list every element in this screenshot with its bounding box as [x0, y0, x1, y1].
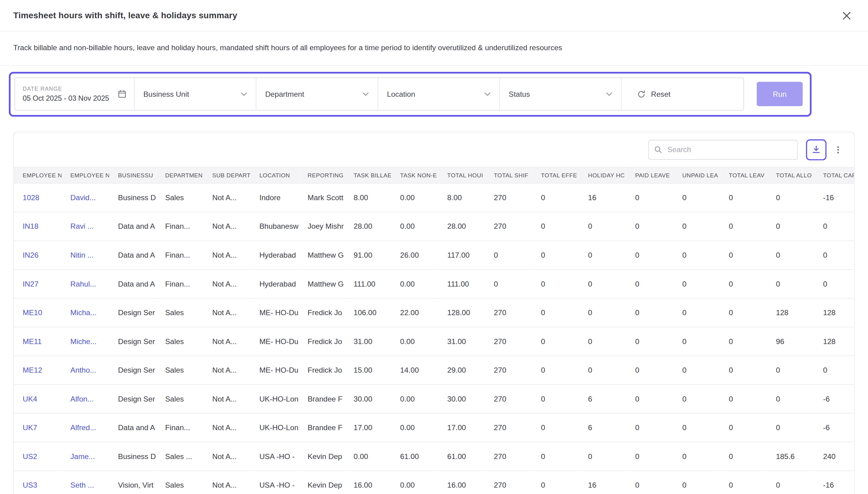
table-cell: Design Ser	[109, 327, 156, 356]
search-input[interactable]	[666, 145, 792, 154]
column-header[interactable]: REPORTING	[299, 167, 345, 183]
table-cell: Brandee F	[299, 413, 345, 442]
table-cell: ME11	[14, 327, 61, 356]
table-cell: Seth ...	[61, 471, 109, 494]
table-cell: Brandee F	[299, 384, 345, 413]
column-header[interactable]: TASK BILLAE	[345, 167, 391, 183]
search-input-wrapper[interactable]	[648, 140, 798, 159]
column-header[interactable]: EMPLOYEE N	[14, 167, 61, 183]
status-dropdown[interactable]: Status	[500, 78, 621, 110]
table-cell: -6	[814, 384, 854, 413]
table-cell: UK4	[14, 384, 61, 413]
column-header[interactable]: LOCATION	[251, 167, 299, 183]
close-button[interactable]	[840, 8, 853, 22]
table-scroll-area[interactable]: EMPLOYEE NEMPLOYEE NBUSINESSUDEPARTMENSU…	[14, 167, 854, 494]
download-button[interactable]	[810, 144, 822, 155]
employee-number-link[interactable]: ME10	[23, 308, 42, 316]
column-header[interactable]: TOTAL ALLO	[767, 167, 814, 183]
column-header[interactable]: UNPAID LEA	[673, 167, 720, 183]
employee-name-link[interactable]: Micha...	[70, 308, 96, 316]
table-cell: 0	[673, 212, 720, 241]
table-cell: Alfred...	[61, 413, 109, 442]
table-cell: 1028	[14, 183, 61, 212]
table-cell: Rahul...	[61, 269, 109, 298]
employee-name-link[interactable]: Miche...	[70, 337, 96, 345]
employee-number-link[interactable]: 1028	[23, 193, 40, 202]
location-dropdown[interactable]: Location	[378, 78, 500, 110]
employee-number-link[interactable]: US2	[23, 452, 37, 460]
column-header[interactable]: BUSINESSU	[109, 167, 156, 183]
column-header[interactable]: SUB DEPART	[203, 167, 251, 183]
employee-number-link[interactable]: IN27	[23, 280, 39, 288]
run-button[interactable]: Run	[757, 82, 803, 106]
table-cell: Not A...	[203, 241, 251, 269]
department-dropdown[interactable]: Department	[256, 78, 378, 110]
column-header[interactable]: TOTAL SHIF	[485, 167, 532, 183]
table-cell: 16.00	[438, 471, 485, 494]
table-cell: 0	[532, 241, 579, 269]
table-cell: 270	[485, 298, 532, 327]
column-header[interactable]: TOTAL CAPA	[814, 167, 854, 183]
employee-name-link[interactable]: Ravi ...	[70, 222, 93, 230]
employee-name-link[interactable]: Jame...	[70, 452, 95, 460]
search-icon	[654, 146, 662, 154]
employee-name-link[interactable]: Alfon...	[70, 395, 93, 403]
column-header[interactable]: PAID LEAVE	[626, 167, 673, 183]
table-cell: Fredick Jo	[299, 298, 345, 327]
column-header[interactable]: TOTAL LEAV	[720, 167, 767, 183]
employee-name-link[interactable]: Alfred...	[70, 423, 96, 431]
employee-number-link[interactable]: UK4	[23, 395, 37, 403]
column-header[interactable]: TOTAL HOUI	[438, 167, 485, 183]
table-cell: 0	[626, 298, 673, 327]
employee-number-link[interactable]: IN26	[23, 251, 39, 259]
table-cell: Data and A	[109, 413, 156, 442]
table-cell: 0	[767, 413, 814, 442]
employee-number-link[interactable]: IN18	[23, 222, 39, 230]
table-cell: 270	[485, 356, 532, 384]
table-cell: Sales ...	[156, 442, 203, 471]
table-cell: 0	[673, 183, 720, 212]
table-cell: Not A...	[203, 471, 251, 494]
report-description: Track billable and non-billable hours, l…	[0, 32, 868, 66]
column-header[interactable]: DEPARTMEN	[156, 167, 203, 183]
column-header[interactable]: TASK NON-E	[391, 167, 438, 183]
reset-button[interactable]: Reset	[621, 78, 743, 110]
employee-number-link[interactable]: US3	[23, 481, 37, 489]
table-cell: ME10	[14, 298, 61, 327]
table-cell: 0	[720, 269, 767, 298]
column-header[interactable]: EMPLOYEE N	[61, 167, 109, 183]
table-cell: 0	[720, 327, 767, 356]
table-cell: Micha...	[61, 298, 109, 327]
table-cell: 0	[767, 384, 814, 413]
table-cell: 117.00	[438, 241, 485, 269]
table-row: US2Jame...Business DSales ...Not A...USA…	[14, 442, 854, 471]
table-cell: Data and A	[109, 212, 156, 241]
table-cell: Fredick Jo	[299, 356, 345, 384]
employee-name-link[interactable]: Antho...	[70, 366, 96, 374]
table-cell: 0	[579, 442, 627, 471]
table-cell: 61.00	[391, 442, 438, 471]
table-cell: Design Ser	[109, 356, 156, 384]
table-cell: Mark Scott	[299, 183, 345, 212]
employee-name-link[interactable]: Seth ...	[70, 481, 94, 489]
table-cell: 0	[626, 241, 673, 269]
table-cell: UK-HO-Lon	[251, 413, 299, 442]
employee-name-link[interactable]: David...	[70, 193, 96, 202]
employee-number-link[interactable]: ME11	[23, 337, 42, 345]
close-icon	[842, 11, 852, 20]
employee-number-link[interactable]: UK7	[23, 423, 37, 431]
date-range-picker[interactable]: DATE RANGE 05 Oct 2025 - 03 Nov 2025	[15, 78, 134, 110]
table-cell: -16	[814, 471, 854, 494]
table-cell: 0	[673, 413, 720, 442]
business-unit-label: Business Unit	[143, 90, 189, 98]
employee-name-link[interactable]: Nitin ...	[70, 251, 93, 259]
column-header[interactable]: TOTAL EFFE	[532, 167, 579, 183]
table-cell: Not A...	[203, 327, 251, 356]
table-cell: Finan...	[156, 413, 203, 442]
business-unit-dropdown[interactable]: Business Unit	[134, 78, 256, 110]
kebab-menu-button[interactable]	[833, 144, 843, 155]
table-cell: 14.00	[391, 356, 438, 384]
employee-number-link[interactable]: ME12	[23, 366, 42, 374]
employee-name-link[interactable]: Rahul...	[70, 280, 96, 288]
column-header[interactable]: HOLIDAY HC	[579, 167, 627, 183]
